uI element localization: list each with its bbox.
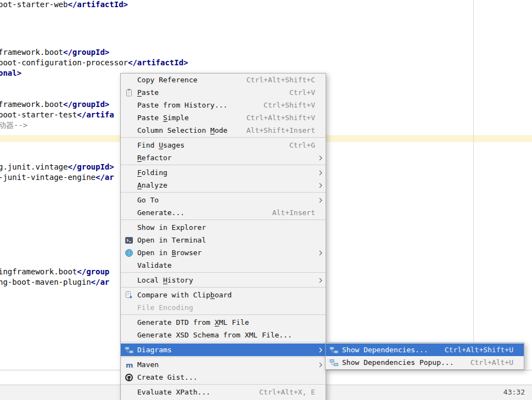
menu-item-label: Find Usages	[137, 141, 184, 149]
menu-item-label: Column Selection Mode	[137, 126, 227, 134]
menu-item-icon-empty	[125, 154, 133, 162]
editor-context-menu: Copy ReferenceCtrl+Alt+Shift+CPasteCtrl+…	[120, 73, 326, 400]
menu-item-show-dependencies-popup[interactable]: Show Dependencies Popup...Ctrl+Alt+U	[326, 356, 524, 369]
menu-item-label: Diagrams	[137, 346, 172, 354]
menu-item-shortcut: Ctrl+G	[289, 141, 315, 149]
menu-item-open-in-browser[interactable]: Open in Browser	[121, 246, 326, 259]
code-segment: </artifactId>	[68, 0, 128, 9]
right-margin-guide	[473, 0, 474, 370]
menu-item-paste-from-history[interactable]: Paste from History...Ctrl+Shift+V	[121, 99, 326, 111]
menu-item-evaluate-xpath[interactable]: Evaluate XPath...Ctrl+Alt+X, E	[121, 386, 326, 398]
menu-item-shortcut: Ctrl+Shift+V	[264, 101, 315, 109]
menu-separator	[121, 356, 326, 358]
submenu-arrow-icon	[317, 197, 323, 204]
menu-separator	[121, 272, 326, 274]
menu-item-label: Evaluate XPath...	[137, 388, 210, 396]
menu-separator	[121, 137, 326, 139]
code-line: onal>	[0, 69, 21, 77]
menu-item-show-in-explorer[interactable]: Show in Explorer	[121, 221, 326, 234]
menu-separator	[121, 314, 326, 316]
menu-item-label: Paste from History...	[137, 101, 227, 109]
diagram-icon	[125, 346, 133, 354]
menu-item-label: Open in Browser	[137, 249, 201, 257]
menu-item-local-history[interactable]: Local History	[121, 274, 326, 286]
menu-item-icon-empty	[125, 276, 133, 285]
diagram-icon	[329, 346, 338, 354]
menu-item-validate[interactable]: Validate	[121, 259, 326, 272]
menu-item-analyze[interactable]: Analyze	[121, 179, 326, 191]
submenu-arrow-icon	[317, 250, 323, 256]
menu-item-shortcut: Ctrl+Alt+Shift+C	[247, 76, 315, 84]
menu-item-label: Generate XSD Schema from XML File...	[137, 331, 292, 339]
menu-item-paste-simple[interactable]: Paste SimpleCtrl+Alt+Shift+V	[121, 111, 326, 124]
github-icon	[125, 373, 133, 382]
code-segment: </groupId>	[63, 100, 109, 109]
menu-separator	[121, 341, 326, 343]
menu-item-folding[interactable]: Folding	[121, 166, 326, 179]
menu-item-icon-empty	[125, 209, 133, 217]
maven-icon: m	[125, 360, 133, 369]
menu-item-icon-empty	[125, 114, 133, 122]
code-line: g.junit.vintage</groupId>	[0, 163, 114, 171]
menu-item-label: Validate	[137, 261, 172, 269]
menu-item-icon-empty	[125, 388, 133, 397]
submenu-arrow-icon	[317, 362, 323, 368]
menu-separator	[121, 286, 326, 289]
menu-item-icon-empty	[125, 141, 133, 150]
code-segment: </ar	[96, 173, 114, 182]
submenu-arrow-icon	[317, 277, 323, 284]
menu-item-icon-empty	[125, 126, 133, 135]
menu-item-icon-empty	[125, 261, 133, 270]
menu-item-copy-reference[interactable]: Copy ReferenceCtrl+Alt+Shift+C	[121, 74, 326, 86]
code-line: ingframework.boot</group	[0, 268, 109, 276]
menu-item-label: Analyze	[137, 181, 167, 189]
code-segment: </artifactId>	[128, 58, 188, 67]
menu-item-show-dependencies[interactable]: Show Dependencies...Ctrl+Alt+Shift+U	[326, 343, 524, 356]
code-line: -junit-vintage-engine</ar	[0, 173, 114, 182]
code-line: framework.boot</groupId>	[0, 48, 109, 57]
menu-item-icon-empty	[125, 101, 133, 110]
code-segment: boot-configuration-processor	[0, 58, 128, 67]
menu-item-maven[interactable]: mMaven	[121, 358, 326, 371]
menu-item-compare-with-clipboard[interactable]: Compare with Clipboard	[121, 289, 326, 301]
code-line: oot-starter-web</artifactId>	[0, 1, 128, 9]
menu-item-label: File Encoding	[137, 303, 193, 312]
menu-item-label: Generate...	[137, 209, 184, 217]
menu-item-diagrams[interactable]: Diagrams	[121, 343, 326, 356]
code-segment: </ar	[91, 278, 110, 286]
menu-item-create-gist[interactable]: Create Gist...	[121, 371, 326, 384]
code-segment: framework.boot	[0, 48, 63, 57]
menu-item-icon-empty	[125, 318, 133, 327]
code-segment: </artifa	[77, 110, 114, 119]
code-segment: 动器-->	[0, 121, 27, 129]
menu-item-generate-dtd-from-xml-file[interactable]: Generate DTD from XML File	[121, 316, 326, 329]
code-segment: framework.boot	[0, 100, 63, 109]
diagrams-submenu: Show Dependencies...Ctrl+Alt+Shift+UShow…	[325, 342, 524, 370]
svg-text:m: m	[126, 360, 133, 369]
menu-item-column-selection-mode[interactable]: Column Selection ModeAlt+Shift+Insert	[121, 124, 326, 137]
menu-item-generate[interactable]: Generate...Alt+Insert	[121, 206, 326, 219]
submenu-arrow-icon	[317, 182, 323, 189]
menu-item-generate-xsd-schema-from-xml-file[interactable]: Generate XSD Schema from XML File...	[121, 329, 326, 341]
menu-item-find-usages[interactable]: Find UsagesCtrl+G	[121, 139, 326, 151]
caret-position-widget[interactable]: 43:32	[503, 388, 525, 396]
menu-item-label: Copy Reference	[137, 76, 198, 84]
code-segment: g.junit.vintage	[0, 162, 68, 171]
menu-item-open-in-terminal[interactable]: Open in Terminal	[121, 234, 326, 246]
terminal-icon	[125, 236, 133, 245]
submenu-arrow-icon	[317, 170, 323, 176]
menu-item-go-to[interactable]: Go To	[121, 194, 326, 206]
menu-item-label: Refactor	[137, 154, 172, 162]
menu-separator	[121, 191, 326, 194]
menu-item-label: Paste Simple	[137, 114, 189, 122]
browser-icon	[125, 249, 133, 257]
menu-item-label: Show in Explorer	[137, 223, 206, 232]
menu-item-paste[interactable]: PasteCtrl+V	[121, 86, 326, 99]
menu-item-refactor[interactable]: Refactor	[121, 151, 326, 164]
menu-item-label: Show Dependencies...	[342, 346, 428, 354]
menu-item-shortcut: Ctrl+Alt+X, E	[259, 388, 315, 396]
code-segment: ingframework.boot	[0, 267, 77, 276]
menu-item-icon-empty	[125, 76, 133, 84]
menu-item-label: Folding	[137, 168, 167, 177]
code-segment: </groupId>	[68, 162, 114, 171]
